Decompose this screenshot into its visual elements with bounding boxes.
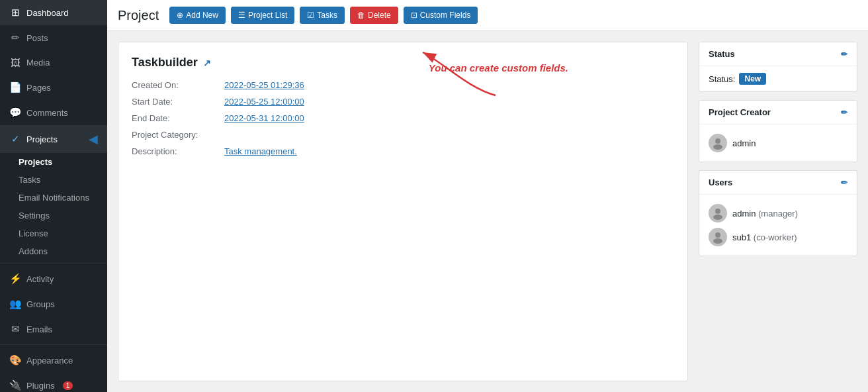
sidebar-item-label: Comments — [26, 108, 68, 118]
activity-icon: ⚡ — [9, 273, 21, 285]
start-date-value[interactable]: 2022-05-25 12:00:00 — [224, 97, 304, 107]
plugins-icon: 🔌 — [9, 379, 21, 391]
status-card-header: Status ✏ — [699, 42, 857, 66]
sidebar-item-label: Groups — [26, 299, 55, 309]
user-row-sub1: sub1 (co-worker) — [709, 225, 847, 249]
add-new-button[interactable]: ⊕ Add New — [169, 7, 226, 24]
users-card-title: Users — [709, 177, 732, 187]
project-panel: Taskbuilder ↗ Created On: 2022-05-25 01:… — [118, 42, 688, 381]
status-card-title: Status — [709, 49, 735, 59]
category-label: Project Category: — [132, 130, 224, 140]
annotation-arrow — [416, 49, 509, 102]
projects-submenu: Projects Tasks Email Notifications Setti… — [0, 153, 107, 260]
creator-card-body: admin — [699, 124, 857, 162]
status-card-body: Status: New — [699, 66, 857, 91]
project-fields: Created On: 2022-05-25 01:29:36 Start Da… — [132, 80, 674, 156]
posts-icon: ✏ — [9, 32, 21, 44]
user-role-sub1: (co-worker) — [754, 232, 797, 242]
dashboard-icon: ⊞ — [9, 7, 21, 19]
user-name-sub1: sub1 (co-worker) — [732, 232, 797, 242]
users-card: Users ✏ admin (manager) sub1 (co- — [699, 170, 857, 256]
right-sidebar: Status ✏ Status: New Project Creator ✏ — [699, 42, 857, 381]
project-list-label: Project List — [248, 11, 287, 20]
svg-point-5 — [715, 232, 720, 238]
start-date-label: Start Date: — [132, 97, 224, 107]
tasks-icon: ☑ — [307, 11, 314, 20]
svg-point-6 — [713, 238, 722, 244]
user-row-admin: admin (manager) — [709, 201, 847, 225]
sidebar-item-label: Activity — [26, 274, 54, 284]
created-on-value[interactable]: 2022-05-25 01:29:36 — [224, 80, 304, 90]
delete-label: Delete — [368, 11, 391, 20]
submenu-tasks[interactable]: Tasks — [0, 171, 107, 189]
status-label: Status: — [709, 74, 735, 84]
projects-icon: ✓ — [9, 133, 21, 145]
user-avatar-admin — [709, 204, 727, 222]
sidebar: ⊞ Dashboard ✏ Posts 🖼 Media 📄 Pages 💬 Co… — [0, 0, 107, 392]
submenu-addons[interactable]: Addons — [0, 242, 107, 260]
status-row: Status: New — [709, 73, 847, 85]
sidebar-item-comments[interactable]: 💬 Comments — [0, 100, 107, 125]
user-name-admin: admin (manager) — [732, 209, 798, 219]
sidebar-other-section: ⚡ Activity 👥 Groups ✉ Emails — [0, 263, 107, 342]
sidebar-item-label: Appearance — [26, 356, 73, 366]
emails-icon: ✉ — [9, 323, 21, 335]
submenu-settings[interactable]: Settings — [0, 207, 107, 224]
sidebar-item-dashboard[interactable]: ⊞ Dashboard — [0, 0, 107, 25]
submenu-projects[interactable]: Projects — [0, 153, 107, 171]
groups-icon: 👥 — [9, 298, 21, 310]
field-category: Project Category: — [132, 130, 674, 140]
creator-card: Project Creator ✏ admin — [699, 100, 857, 162]
sidebar-item-plugins[interactable]: 🔌 Plugins 1 — [0, 373, 107, 392]
field-created-on: Created On: 2022-05-25 01:29:36 — [132, 80, 674, 90]
list-icon: ☰ — [238, 11, 245, 20]
delete-button[interactable]: 🗑 Delete — [350, 7, 398, 24]
sidebar-item-pages[interactable]: 📄 Pages — [0, 75, 107, 100]
tasks-button[interactable]: ☑ Tasks — [300, 7, 345, 24]
sidebar-arrow-icon: ◀ — [89, 132, 98, 146]
sidebar-item-activity[interactable]: ⚡ Activity — [0, 266, 107, 291]
external-link-icon[interactable]: ↗ — [203, 58, 211, 68]
users-card-header: Users ✏ — [699, 171, 857, 195]
users-card-body: admin (manager) sub1 (co-worker) — [699, 195, 857, 256]
sidebar-item-label: Pages — [26, 83, 51, 93]
custom-fields-label: Custom Fields — [420, 11, 471, 20]
sidebar-item-projects[interactable]: ✓ Projects ◀ — [0, 125, 107, 153]
custom-fields-annotation: You can create custom fields. — [429, 62, 568, 74]
main-content: Project ⊕ Add New ☰ Project List ☑ Tasks… — [107, 0, 868, 392]
user-role-admin: (manager) — [758, 209, 798, 219]
custom-fields-button[interactable]: ⊡ Custom Fields — [404, 7, 478, 24]
creator-row: admin — [709, 131, 847, 155]
field-start-date: Start Date: 2022-05-25 12:00:00 — [132, 97, 674, 107]
sidebar-item-appearance[interactable]: 🎨 Appearance — [0, 348, 107, 373]
status-badge: New — [739, 73, 766, 85]
creator-avatar — [709, 134, 727, 152]
project-list-button[interactable]: ☰ Project List — [231, 7, 294, 24]
svg-point-4 — [713, 215, 722, 220]
submenu-email-notifications[interactable]: Email Notifications — [0, 189, 107, 207]
sidebar-item-posts[interactable]: ✏ Posts — [0, 25, 107, 50]
sidebar-item-label: Posts — [26, 33, 48, 43]
end-date-value[interactable]: 2022-05-31 12:00:00 — [224, 113, 304, 123]
creator-edit-icon[interactable]: ✏ — [841, 108, 847, 117]
status-edit-icon[interactable]: ✏ — [841, 50, 847, 59]
sidebar-item-media[interactable]: 🖼 Media — [0, 50, 107, 75]
sidebar-item-label: Plugins — [26, 381, 55, 391]
pages-icon: 📄 — [9, 81, 21, 93]
sidebar-item-label: Media — [26, 58, 50, 68]
svg-point-3 — [715, 209, 720, 214]
description-label: Description: — [132, 146, 224, 156]
svg-point-2 — [713, 144, 722, 150]
sidebar-item-groups[interactable]: 👥 Groups — [0, 291, 107, 317]
sidebar-item-emails[interactable]: ✉ Emails — [0, 317, 107, 342]
sidebar-item-label: Dashboard — [26, 8, 69, 18]
creator-card-header: Project Creator ✏ — [699, 101, 857, 124]
submenu-license[interactable]: License — [0, 224, 107, 242]
description-value: Task management. — [224, 146, 297, 156]
field-end-date: End Date: 2022-05-31 12:00:00 — [132, 113, 674, 123]
users-edit-icon[interactable]: ✏ — [841, 178, 847, 187]
creator-card-title: Project Creator — [709, 107, 771, 117]
end-date-label: End Date: — [132, 113, 224, 123]
plugins-badge: 1 — [63, 381, 73, 390]
sidebar-item-label: Emails — [26, 324, 52, 334]
